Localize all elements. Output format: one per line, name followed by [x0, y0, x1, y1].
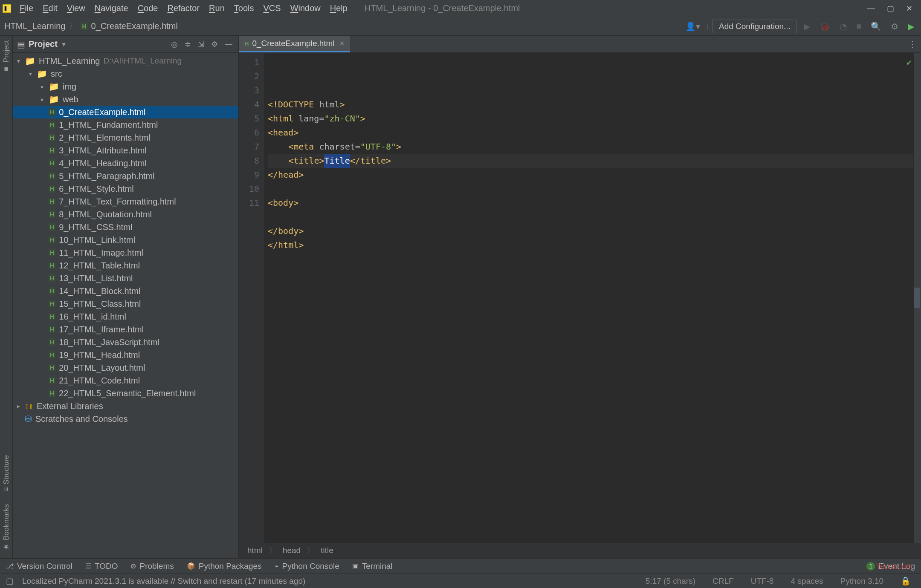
tree-file-0[interactable]: H0_CreateExample.html	[13, 106, 238, 118]
tree-file-12[interactable]: H12_HTML_Table.html	[13, 259, 238, 272]
menu-edit[interactable]: Edit	[38, 2, 61, 15]
search-icon[interactable]: 🔍	[868, 20, 884, 32]
python-console-tab[interactable]: ⌁Python Console	[275, 562, 339, 571]
editor-crumb-title[interactable]: title	[321, 546, 333, 555]
code-area[interactable]: 1234567891011 ✔ <!DOCTYPE html><html lan…	[239, 53, 921, 543]
menu-view[interactable]: View	[63, 2, 90, 15]
add-configuration-button[interactable]: Add Configuration...	[712, 20, 797, 33]
code-line-1[interactable]: <!DOCTYPE html>	[268, 98, 913, 112]
tree-file-7[interactable]: H7_HTML_Text_Formatting.html	[13, 195, 238, 208]
code-text[interactable]: ✔ <!DOCTYPE html><html lang="zh-CN"><hea…	[264, 53, 913, 543]
code-line-5[interactable]: <title>Title</title>	[268, 154, 913, 168]
status-message[interactable]: Localized PyCharm 2021.3.1 is available …	[22, 576, 633, 586]
project-panel-title[interactable]: Project	[29, 39, 58, 49]
menu-navigate[interactable]: Navigate	[90, 2, 133, 15]
code-line-8[interactable]: <body>	[268, 196, 913, 210]
tab-more-icon[interactable]: ⋮	[904, 36, 921, 52]
expand-all-icon[interactable]: ≑	[183, 40, 193, 49]
editor-right-strip[interactable]	[913, 53, 921, 543]
tree-external-libraries[interactable]: ▸⫾⫾External Libraries	[13, 400, 238, 412]
terminal-tab[interactable]: ▣Terminal	[352, 562, 393, 571]
editor-tab[interactable]: H 0_CreateExample.html ×	[239, 36, 350, 52]
problems-tab[interactable]: ⊘Problems	[130, 562, 174, 571]
code-line-6[interactable]: </head>	[268, 168, 913, 182]
hide-icon[interactable]: ―	[223, 40, 234, 49]
tree-scratches[interactable]: ⛁Scratches and Consoles	[13, 412, 238, 425]
tree-file-16[interactable]: H16_HTML_id.html	[13, 310, 238, 323]
menu-code[interactable]: Code	[133, 2, 162, 15]
code-line-9[interactable]	[268, 210, 913, 224]
debug-button[interactable]: 🐞	[817, 20, 833, 32]
todo-tab[interactable]: ☰TODO	[85, 562, 118, 571]
line-gutter[interactable]: 1234567891011	[239, 53, 264, 543]
python-packages-tab[interactable]: 📦Python Packages	[187, 562, 262, 571]
menu-file[interactable]: File	[15, 2, 38, 15]
status-icon[interactable]: ▢	[6, 576, 14, 586]
tree-file-20[interactable]: H20_HTML_Layout.html	[13, 361, 238, 374]
close-button[interactable]: ✕	[906, 4, 912, 13]
tree-root[interactable]: ▾📁HTML_LearningD:\AI\HTML_Learning	[13, 55, 238, 67]
run-anything-icon[interactable]: ▶	[905, 20, 917, 32]
minimize-button[interactable]: ―	[867, 4, 875, 13]
project-tree[interactable]: ▾📁HTML_LearningD:\AI\HTML_Learning▾📁src▸…	[13, 53, 238, 558]
maximize-button[interactable]: ▢	[887, 4, 894, 13]
tree-file-10[interactable]: H10_HTML_Link.html	[13, 233, 238, 246]
line-separator[interactable]: CRLF	[708, 576, 738, 586]
tree-file-9[interactable]: H9_HTML_CSS.html	[13, 221, 238, 233]
cursor-position[interactable]: 5:17 (5 chars)	[641, 576, 700, 586]
tree-file-14[interactable]: H14_HTML_Block.html	[13, 285, 238, 297]
stop-button[interactable]: ■	[854, 20, 864, 32]
editor-crumb-head[interactable]: head	[283, 546, 301, 555]
menu-refactor[interactable]: Refactor	[163, 2, 204, 15]
scroll-marker[interactable]	[914, 288, 920, 308]
tree-file-19[interactable]: H19_HTML_Head.html	[13, 349, 238, 361]
locate-icon[interactable]: ◎	[169, 40, 180, 49]
code-line-2[interactable]: <html lang="zh-CN">	[268, 112, 913, 126]
close-tab-icon[interactable]: ×	[340, 39, 345, 48]
chevron-down-icon[interactable]: ▼	[61, 41, 67, 48]
tree-folder-img[interactable]: ▸📁img	[13, 80, 238, 93]
code-line-4[interactable]: <meta charset="UTF-8">	[268, 140, 913, 154]
menu-tools[interactable]: Tools	[230, 2, 258, 15]
collapse-all-icon[interactable]: ⇲	[196, 40, 206, 49]
project-tool-tab[interactable]: ■Project	[2, 40, 11, 73]
indent-setting[interactable]: 4 spaces	[787, 576, 828, 586]
tree-file-11[interactable]: H11_HTML_Image.html	[13, 246, 238, 259]
interpreter[interactable]: Python 3.10	[836, 576, 888, 586]
tree-file-4[interactable]: H4_HTML_Heading.html	[13, 157, 238, 170]
breadcrumb[interactable]: HTML_Learning 〉 H 0_CreateExample.html	[4, 20, 178, 32]
tree-file-8[interactable]: H8_HTML_Quotation.html	[13, 208, 238, 221]
breadcrumb-file[interactable]: 0_CreateExample.html	[91, 21, 178, 31]
user-icon[interactable]: 👤▾	[683, 20, 703, 32]
structure-tool-tab[interactable]: ≡Structure	[2, 455, 11, 491]
inspection-ok-icon[interactable]: ✔	[907, 55, 912, 69]
bookmarks-tool-tab[interactable]: ★Bookmarks	[2, 504, 11, 551]
menu-help[interactable]: Help	[326, 2, 352, 15]
code-line-10[interactable]: </body>	[268, 224, 913, 238]
tree-file-22[interactable]: H22_HTML5_Semantic_Element.html	[13, 387, 238, 400]
tree-file-5[interactable]: H5_HTML_Paragraph.html	[13, 170, 238, 182]
menu-vcs[interactable]: VCS	[259, 2, 285, 15]
tree-src[interactable]: ▾📁src	[13, 67, 238, 80]
tree-file-21[interactable]: H21_HTML_Code.html	[13, 374, 238, 387]
tree-file-1[interactable]: H1_HTML_Fundament.html	[13, 118, 238, 131]
menu-run[interactable]: Run	[205, 2, 229, 15]
settings-icon[interactable]: ⚙	[888, 20, 901, 32]
tree-file-18[interactable]: H18_HTML_JavaScript.html	[13, 336, 238, 349]
code-line-7[interactable]	[268, 182, 913, 196]
editor-breadcrumbs[interactable]: html〉head〉title	[239, 543, 921, 558]
tree-file-2[interactable]: H2_HTML_Elements.html	[13, 131, 238, 144]
tree-file-15[interactable]: H15_HTML_Class.html	[13, 297, 238, 310]
tree-file-13[interactable]: H13_HTML_List.html	[13, 272, 238, 285]
editor-crumb-html[interactable]: html	[247, 546, 263, 555]
run-button[interactable]: ▶	[801, 20, 813, 32]
tree-file-6[interactable]: H6_HTML_Style.html	[13, 182, 238, 195]
code-line-3[interactable]: <head>	[268, 126, 913, 140]
tree-file-17[interactable]: H17_HTML_Iframe.html	[13, 323, 238, 336]
version-control-tab[interactable]: ⎇Version Control	[6, 562, 72, 571]
file-encoding[interactable]: UTF-8	[747, 576, 778, 586]
coverage-button[interactable]: ◔	[837, 20, 849, 32]
gear-icon[interactable]: ⚙	[209, 40, 220, 49]
tree-folder-web[interactable]: ▸📁web	[13, 93, 238, 106]
event-log-tab[interactable]: 1 Event Log	[866, 562, 915, 571]
